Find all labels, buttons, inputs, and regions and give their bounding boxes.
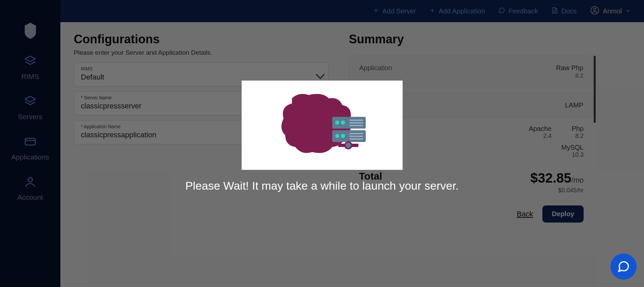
loading-message: Please Wait! It may take a while to laun… [185,179,459,192]
svg-point-16 [341,121,345,125]
loading-illustration [241,81,402,170]
svg-point-18 [341,134,345,138]
svg-point-26 [345,142,352,149]
svg-point-15 [335,121,339,125]
loading-modal: Please Wait! It may take a while to laun… [185,81,459,192]
chat-widget[interactable] [610,253,637,280]
svg-point-17 [335,134,339,138]
